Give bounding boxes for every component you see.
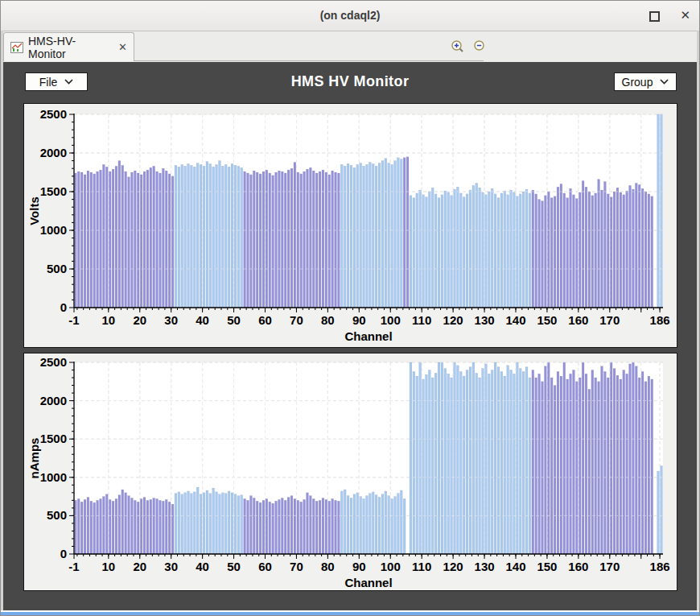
chevron-down-icon [660,79,669,85]
volts-chart-panel: -110203040506070809010011012013014015016… [23,103,677,348]
svg-text:500: 500 [47,508,67,522]
svg-text:Volts: Volts [27,196,41,225]
svg-text:70: 70 [290,313,303,327]
svg-text:90: 90 [352,560,366,573]
group-menu-button[interactable]: Group [614,72,677,91]
svg-text:170: 170 [599,313,620,327]
svg-text:1500: 1500 [40,432,67,445]
svg-text:40: 40 [196,560,209,573]
svg-text:30: 30 [164,313,178,327]
chart-tab-icon [10,42,23,53]
svg-text:110: 110 [412,313,431,327]
svg-text:90: 90 [352,313,366,327]
svg-text:60: 60 [258,560,272,573]
svg-text:1500: 1500 [40,184,67,198]
tab-close-icon[interactable]: ✕ [118,41,127,53]
svg-text:1000: 1000 [40,223,67,237]
zoom-out-icon [472,39,488,55]
svg-text:140: 140 [505,560,525,573]
window-frame-right [697,31,699,612]
svg-text:160: 160 [568,313,588,327]
svg-text:130: 130 [475,560,495,573]
svg-text:186: 186 [650,313,670,327]
close-icon: ✕ [680,8,690,22]
svg-text:20: 20 [133,313,146,327]
window-frame-bottom-edge [1,612,699,616]
svg-text:10: 10 [101,313,115,327]
svg-text:70: 70 [290,560,303,573]
svg-text:1000: 1000 [40,470,67,484]
svg-text:10: 10 [101,560,115,573]
svg-text:2500: 2500 [40,355,67,369]
svg-text:160: 160 [568,560,588,573]
svg-text:nAmps: nAmps [27,438,41,479]
maximize-button[interactable] [649,11,660,22]
svg-text:Channel: Channel [344,329,392,343]
tab-label: HMS-HV-Monitor [28,35,112,60]
svg-text:20: 20 [133,560,146,573]
svg-text:120: 120 [443,560,463,573]
svg-text:130: 130 [475,313,495,327]
svg-text:120: 120 [443,313,463,327]
svg-text:150: 150 [537,313,557,327]
close-button[interactable]: ✕ [680,7,690,23]
zoom-in-icon [450,39,466,55]
svg-text:2500: 2500 [40,107,67,121]
zoom-out-button[interactable] [472,39,488,55]
svg-text:Channel: Channel [344,576,392,589]
group-menu-label: Group [622,76,653,89]
svg-text:2000: 2000 [40,394,67,407]
svg-text:80: 80 [321,313,335,327]
svg-text:0: 0 [60,547,67,560]
svg-text:50: 50 [227,313,241,327]
svg-text:-1: -1 [68,313,79,327]
tab-hms-hv-monitor[interactable]: HMS-HV-Monitor ✕ [3,32,134,61]
svg-text:40: 40 [196,313,209,327]
svg-text:100: 100 [381,560,401,573]
page-title: HMS HV Monitor [1,73,699,90]
window-frame-left [1,31,3,612]
title-bar: (on cdaql2) ✕ [1,1,699,31]
tab-bar: HMS-HV-Monitor ✕ [1,31,699,62]
svg-text:170: 170 [599,560,620,573]
svg-text:100: 100 [381,313,401,327]
svg-text:186: 186 [650,560,670,573]
svg-text:30: 30 [164,560,178,573]
app-window: (on cdaql2) ✕ HMS-HV-Monitor ✕ [0,0,700,616]
svg-text:60: 60 [258,313,272,327]
svg-text:110: 110 [412,560,431,573]
svg-text:0: 0 [60,300,67,314]
namps-chart-panel: -110203040506070809010011012013014015016… [23,353,677,591]
namps-chart: -110203040506070809010011012013014015016… [24,353,677,589]
svg-text:140: 140 [505,313,525,327]
svg-text:2000: 2000 [40,146,67,159]
svg-text:500: 500 [47,262,67,275]
zoom-in-button[interactable] [450,39,466,55]
svg-text:-1: -1 [68,560,79,573]
window-title: (on cdaql2) [1,9,699,22]
svg-text:150: 150 [537,560,557,573]
volts-chart: -110203040506070809010011012013014015016… [24,104,677,347]
svg-text:80: 80 [321,560,335,573]
svg-text:50: 50 [227,560,241,573]
